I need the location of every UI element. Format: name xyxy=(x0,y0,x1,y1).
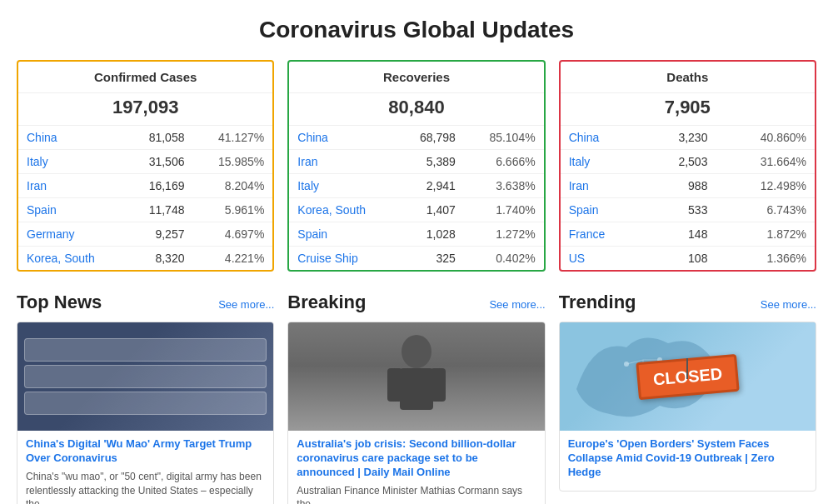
deaths-total: 7,905 xyxy=(561,93,815,125)
table-row: Korea, South 1,407 1.740% xyxy=(289,198,543,222)
country-link[interactable]: Italy xyxy=(561,150,644,174)
pct-cell: 1.872% xyxy=(716,222,815,247)
deaths-panel: Deaths 7,905 China 3,230 40.860% Italy 2… xyxy=(559,60,816,272)
country-link[interactable]: Spain xyxy=(289,222,397,247)
pct-cell: 0.402% xyxy=(464,247,544,271)
count-cell: 108 xyxy=(644,247,716,271)
pct-cell: 6.743% xyxy=(716,198,815,222)
deaths-table: China 3,230 40.860% Italy 2,503 31.664% … xyxy=(561,125,815,270)
pct-cell: 40.860% xyxy=(716,126,815,150)
confirmed-total: 197,093 xyxy=(18,93,272,125)
sign-container: CLOSED xyxy=(637,358,738,396)
recoveries-table: China 68,798 85.104% Iran 5,389 6.666% I… xyxy=(289,125,543,270)
tweet-line-2 xyxy=(24,365,267,388)
stats-row: Confirmed Cases 197,093 China 81,058 41.… xyxy=(17,60,816,272)
table-row: Spain 533 6.743% xyxy=(561,198,815,222)
breaking-body: Australia's job crisis: Second billion-d… xyxy=(288,431,544,504)
pct-cell: 6.666% xyxy=(464,150,544,174)
breaking-see-more[interactable]: See more... xyxy=(489,298,545,311)
recoveries-panel: Recoveries 80,840 China 68,798 85.104% I… xyxy=(287,60,545,272)
table-row: Iran 5,389 6.666% xyxy=(289,150,543,174)
country-link[interactable]: Italy xyxy=(289,174,397,198)
country-link[interactable]: Germany xyxy=(18,222,127,247)
country-link[interactable]: Iran xyxy=(18,174,127,198)
country-link[interactable]: France xyxy=(561,222,644,247)
top-news-see-more[interactable]: See more... xyxy=(218,298,274,311)
confirmed-header: Confirmed Cases xyxy=(18,62,272,93)
table-row: France 148 1.872% xyxy=(561,222,815,247)
count-cell: 9,257 xyxy=(127,222,193,247)
svg-rect-2 xyxy=(387,368,402,402)
count-cell: 11,748 xyxy=(127,198,193,222)
country-link[interactable]: US xyxy=(561,247,644,271)
top-news-image xyxy=(17,322,273,431)
country-link[interactable]: Spain xyxy=(18,198,127,222)
pct-cell: 4.221% xyxy=(192,247,272,271)
country-link[interactable]: Iran xyxy=(289,150,397,174)
svg-rect-1 xyxy=(400,368,433,410)
trending-body: Europe's 'Open Borders' System Faces Col… xyxy=(560,431,816,491)
table-row: Germany 9,257 4.697% xyxy=(18,222,272,247)
table-row: Spain 11,748 5.961% xyxy=(18,198,272,222)
count-cell: 325 xyxy=(397,247,464,271)
count-cell: 2,941 xyxy=(397,174,464,198)
count-cell: 533 xyxy=(644,198,716,222)
news-row: Top News See more... China's Digital 'Wu… xyxy=(17,292,816,504)
country-link[interactable]: Korea, South xyxy=(289,198,397,222)
count-cell: 1,407 xyxy=(397,198,464,222)
recoveries-header: Recoveries xyxy=(289,62,543,93)
country-link[interactable]: Korea, South xyxy=(18,247,127,271)
country-link[interactable]: China xyxy=(561,126,644,150)
pct-cell: 1.366% xyxy=(716,247,815,271)
table-row: Korea, South 8,320 4.221% xyxy=(18,247,272,271)
europe-map-bg: CLOSED xyxy=(560,322,816,431)
trending-header: Trending See more... xyxy=(559,292,816,313)
count-cell: 81,058 xyxy=(127,126,193,150)
tweet-mock xyxy=(17,332,273,422)
country-link[interactable]: Cruise Ship xyxy=(289,247,397,271)
confirmed-panel: Confirmed Cases 197,093 China 81,058 41.… xyxy=(17,60,274,272)
country-link[interactable]: Italy xyxy=(18,150,127,174)
country-link[interactable]: Iran xyxy=(561,174,644,198)
country-link[interactable]: China xyxy=(18,126,127,150)
trending-see-more[interactable]: See more... xyxy=(761,298,816,311)
trending-card-title[interactable]: Europe's 'Open Borders' System Faces Col… xyxy=(568,437,807,480)
trending-title: Trending xyxy=(559,292,636,313)
breaking-image xyxy=(288,322,544,431)
count-cell: 1,028 xyxy=(397,222,464,247)
breaking-card-title[interactable]: Australia's job crisis: Second billion-d… xyxy=(297,437,536,480)
page-title: Coronavirus Global Updates xyxy=(17,17,816,43)
top-news-title: Top News xyxy=(17,292,102,313)
table-row: Iran 16,169 8.204% xyxy=(18,174,272,198)
trending-section: Trending See more... xyxy=(559,292,816,504)
confirmed-table: China 81,058 41.127% Italy 31,506 15.985… xyxy=(18,125,272,270)
trending-card: CLOSED Europe's 'Open Borders' System Fa… xyxy=(559,322,816,492)
breaking-title: Breaking xyxy=(287,292,366,313)
count-cell: 16,169 xyxy=(127,174,193,198)
count-cell: 68,798 xyxy=(397,126,464,150)
svg-rect-3 xyxy=(431,368,446,402)
top-news-card-title[interactable]: China's Digital 'Wu Mao' Army Target Tru… xyxy=(26,437,265,466)
top-news-card: China's Digital 'Wu Mao' Army Target Tru… xyxy=(17,322,274,504)
count-cell: 3,230 xyxy=(644,126,716,150)
person-silhouette xyxy=(375,327,458,427)
pct-cell: 8.204% xyxy=(192,174,272,198)
table-row: Iran 988 12.498% xyxy=(561,174,815,198)
page-wrapper: Coronavirus Global Updates Confirmed Cas… xyxy=(0,0,833,504)
breaking-card-text: Australian Finance Minister Mathias Corm… xyxy=(297,484,536,504)
sign-rope xyxy=(686,358,688,379)
pct-cell: 5.961% xyxy=(192,198,272,222)
svg-point-0 xyxy=(402,335,431,368)
count-cell: 5,389 xyxy=(397,150,464,174)
pct-cell: 31.664% xyxy=(716,150,815,174)
breaking-card: Australia's job crisis: Second billion-d… xyxy=(287,322,545,504)
count-cell: 148 xyxy=(644,222,716,247)
table-row: Spain 1,028 1.272% xyxy=(289,222,543,247)
pct-cell: 85.104% xyxy=(464,126,544,150)
top-news-body: China's Digital 'Wu Mao' Army Target Tru… xyxy=(17,431,273,504)
top-news-card-text: China's "wu mao", or "50 cent", digital … xyxy=(26,470,265,504)
pct-cell: 1.740% xyxy=(464,198,544,222)
country-link[interactable]: China xyxy=(289,126,397,150)
table-row: US 108 1.366% xyxy=(561,247,815,271)
country-link[interactable]: Spain xyxy=(561,198,644,222)
